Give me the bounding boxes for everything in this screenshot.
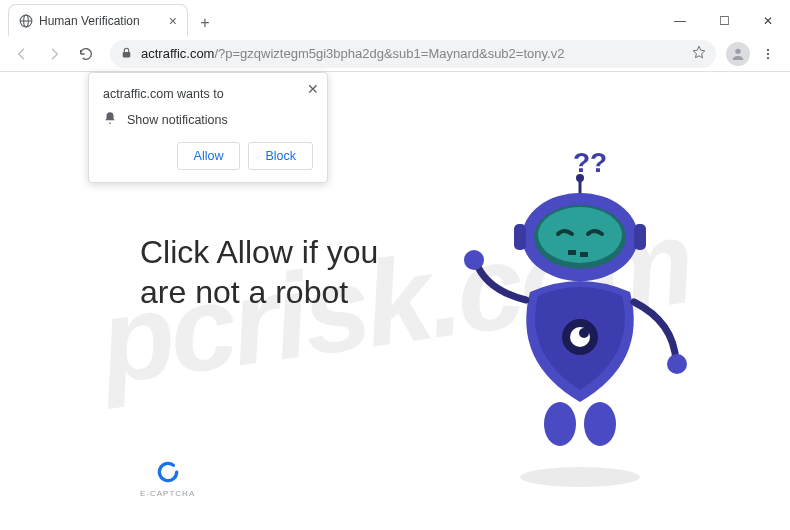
captcha-label: E-CAPTCHA <box>140 489 195 498</box>
svg-point-4 <box>735 48 740 53</box>
url-text: actraffic.com/?p=gzqwiztegm5gi3bpha2dg&s… <box>141 46 684 61</box>
permission-request-text: Show notifications <box>127 113 228 127</box>
kebab-menu-icon[interactable] <box>754 47 782 61</box>
svg-point-24 <box>520 467 640 487</box>
toolbar: actraffic.com/?p=gzqwiztegm5gi3bpha2dg&s… <box>0 36 790 72</box>
svg-point-9 <box>576 174 584 182</box>
svg-point-22 <box>544 402 576 446</box>
profile-avatar[interactable] <box>726 42 750 66</box>
svg-point-21 <box>667 354 687 374</box>
robot-illustration: ?? <box>450 142 710 502</box>
svg-point-19 <box>579 328 589 338</box>
bell-icon <box>103 111 117 128</box>
svg-rect-13 <box>568 250 576 255</box>
svg-point-20 <box>464 250 484 270</box>
svg-rect-14 <box>580 252 588 257</box>
browser-tab[interactable]: Human Verification × <box>8 4 188 36</box>
globe-icon <box>19 14 33 28</box>
permission-origin: actraffic.com wants to <box>103 87 313 101</box>
svg-rect-16 <box>634 224 646 250</box>
forward-button[interactable] <box>40 40 68 68</box>
headline-text: Click Allow if you are not a robot <box>140 232 390 312</box>
address-bar[interactable]: actraffic.com/?p=gzqwiztegm5gi3bpha2dg&s… <box>110 40 716 68</box>
permission-request-row: Show notifications <box>103 111 313 128</box>
back-button[interactable] <box>8 40 36 68</box>
captcha-badge: E-CAPTCHA <box>140 459 195 498</box>
close-tab-icon[interactable]: × <box>167 13 179 29</box>
maximize-button[interactable]: ☐ <box>702 6 746 36</box>
tab-title: Human Verification <box>39 14 161 28</box>
close-window-button[interactable]: ✕ <box>746 6 790 36</box>
svg-point-5 <box>767 48 769 50</box>
notification-permission-popup: ✕ actraffic.com wants to Show notificati… <box>88 72 328 183</box>
allow-button[interactable]: Allow <box>177 142 241 170</box>
bookmark-star-icon[interactable] <box>692 45 706 62</box>
svg-point-6 <box>767 52 769 54</box>
titlebar: Human Verification × + — ☐ ✕ <box>0 0 790 36</box>
lock-icon <box>120 46 133 62</box>
close-popup-icon[interactable]: ✕ <box>307 81 319 97</box>
minimize-button[interactable]: — <box>658 6 702 36</box>
reload-button[interactable] <box>72 40 100 68</box>
new-tab-button[interactable]: + <box>192 10 218 36</box>
svg-point-23 <box>584 402 616 446</box>
svg-rect-15 <box>514 224 526 250</box>
block-button[interactable]: Block <box>248 142 313 170</box>
window-controls: — ☐ ✕ <box>658 6 790 36</box>
svg-point-7 <box>767 56 769 58</box>
svg-rect-3 <box>123 51 131 56</box>
question-marks-icon: ?? <box>573 147 607 178</box>
permission-actions: Allow Block <box>103 142 313 170</box>
captcha-logo-icon <box>155 459 181 485</box>
